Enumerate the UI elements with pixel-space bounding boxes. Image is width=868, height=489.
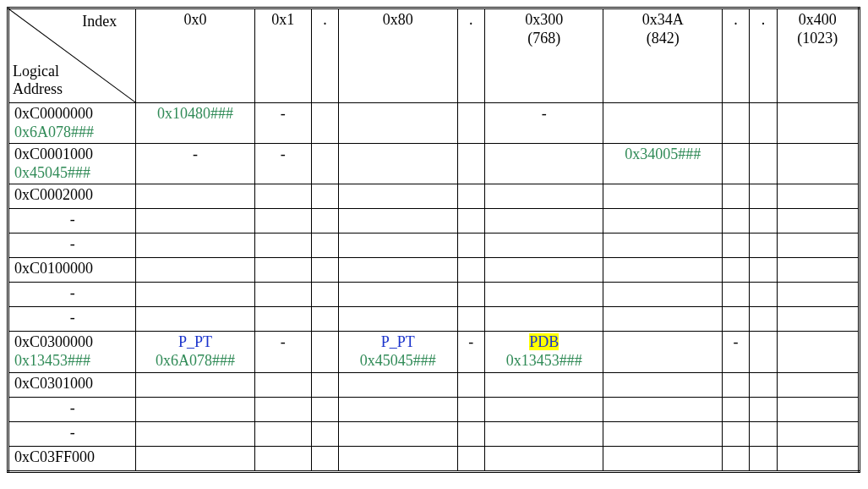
cell — [777, 446, 859, 471]
row-address: - — [8, 397, 136, 421]
cell — [339, 144, 457, 184]
col-dot-2: . — [457, 8, 484, 103]
cell — [750, 258, 777, 283]
corner-bottom-label: Logical Address — [13, 63, 63, 99]
table-row: - — [8, 283, 860, 307]
cell — [136, 397, 254, 421]
cell — [136, 258, 254, 283]
cell: - — [254, 332, 311, 372]
cell — [311, 234, 338, 258]
cell — [750, 283, 777, 307]
cell — [339, 421, 457, 446]
cell — [603, 397, 722, 421]
cell: - — [254, 144, 311, 184]
cell — [603, 258, 722, 283]
col-0x1: 0x1 — [254, 8, 311, 103]
cell — [750, 446, 777, 471]
cell — [603, 103, 722, 144]
cell: - — [457, 332, 484, 372]
cell — [722, 209, 749, 234]
cell — [339, 283, 457, 307]
row-address: 0xC0000000 0x6A078### — [8, 103, 136, 144]
row-address: - — [8, 307, 136, 332]
cell — [254, 307, 311, 332]
cell — [603, 234, 722, 258]
table-row: 0xC0001000 0x45045### - - 0x34005### — [8, 144, 860, 184]
cell — [136, 307, 254, 332]
col-dot-1: . — [311, 8, 338, 103]
cell — [722, 234, 749, 258]
cell — [457, 209, 484, 234]
cell — [254, 234, 311, 258]
cell — [603, 372, 722, 397]
cell — [311, 258, 338, 283]
cell — [311, 446, 338, 471]
cell — [722, 283, 749, 307]
cell — [254, 421, 311, 446]
cell: - — [722, 332, 749, 372]
cell — [777, 283, 859, 307]
cell — [457, 103, 484, 144]
cell — [254, 446, 311, 471]
cell — [750, 332, 777, 372]
cell — [777, 307, 859, 332]
cell — [484, 372, 603, 397]
cell — [136, 446, 254, 471]
cell — [603, 446, 722, 471]
cell — [136, 283, 254, 307]
cell — [722, 103, 749, 144]
page-table: Index Logical Address 0x0 0x1 . 0x80 . 0… — [7, 7, 860, 473]
cell — [457, 307, 484, 332]
cell — [603, 283, 722, 307]
cell — [777, 258, 859, 283]
cell — [457, 397, 484, 421]
cell — [339, 184, 457, 209]
row-address: 0xC0001000 0x45045### — [8, 144, 136, 184]
cell — [722, 397, 749, 421]
cell — [311, 421, 338, 446]
table-row: 0xC0100000 — [8, 258, 860, 283]
cell — [750, 144, 777, 184]
cell — [722, 372, 749, 397]
col-0x0: 0x0 — [136, 8, 254, 103]
cell — [339, 397, 457, 421]
cell — [311, 397, 338, 421]
col-0x300: 0x300(768) — [484, 8, 603, 103]
row-address: 0xC0300000 0x13453### — [8, 332, 136, 372]
cell — [339, 446, 457, 471]
cell — [457, 184, 484, 209]
cell — [777, 234, 859, 258]
table-row: - — [8, 209, 860, 234]
cell — [484, 258, 603, 283]
row-address: - — [8, 283, 136, 307]
cell — [603, 421, 722, 446]
cell: 0x34005### — [603, 144, 722, 184]
cell — [484, 283, 603, 307]
cell — [457, 446, 484, 471]
corner-cell: Index Logical Address — [8, 8, 136, 103]
cell — [136, 184, 254, 209]
cell — [457, 421, 484, 446]
cell — [339, 258, 457, 283]
cell — [311, 307, 338, 332]
cell — [722, 446, 749, 471]
cell — [750, 209, 777, 234]
cell: 0x10480### — [136, 103, 254, 144]
cell — [457, 283, 484, 307]
cell — [484, 184, 603, 209]
table-row: 0xC0000000 0x6A078### 0x10480### - - — [8, 103, 860, 144]
corner-top-label: Index — [82, 13, 117, 31]
cell — [750, 421, 777, 446]
cell — [722, 184, 749, 209]
cell — [136, 421, 254, 446]
cell — [603, 184, 722, 209]
cell — [254, 283, 311, 307]
table-row: 0xC0301000 — [8, 372, 860, 397]
cell — [311, 372, 338, 397]
cell — [254, 184, 311, 209]
cell — [311, 103, 338, 144]
col-dot-3: . — [722, 8, 749, 103]
cell — [722, 307, 749, 332]
pdb-highlight: PDB — [529, 333, 559, 350]
cell — [136, 372, 254, 397]
